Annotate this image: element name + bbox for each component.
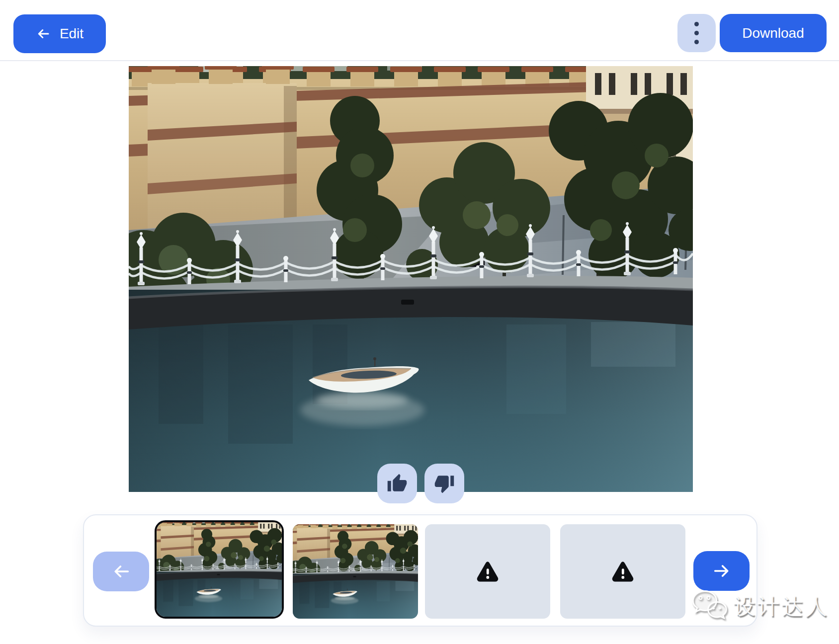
warning-icon [611,560,634,583]
edit-button-label: Edit [60,26,84,42]
arrow-right-icon [712,561,732,581]
arrow-left-icon [111,562,131,581]
download-button[interactable]: Download [720,14,827,52]
carousel-thumbnail[interactable] [293,524,418,619]
thumbs-up-icon [387,473,408,494]
carousel-thumbnail[interactable] [425,524,550,619]
carousel-prev-button[interactable] [93,552,149,591]
thumbnail-scene [157,522,282,617]
kebab-menu-icon [694,22,699,26]
thumbs-down-button[interactable] [424,464,464,503]
result-image-preview [129,66,693,492]
download-button-label: Download [742,25,804,41]
thumbs-down-icon [434,473,455,494]
edit-button[interactable]: Edit [13,14,106,53]
carousel-next-button[interactable] [693,551,750,591]
toolbar: Edit Download [0,0,839,61]
carousel-thumbnail[interactable] [560,524,685,619]
arrow-left-icon [36,26,51,41]
more-options-button[interactable] [677,14,716,52]
thumbnail-scene [293,524,418,619]
warning-icon [476,560,499,583]
carousel-thumbnail[interactable] [155,520,284,619]
thumbs-up-button[interactable] [377,464,417,503]
variant-carousel [83,514,757,627]
